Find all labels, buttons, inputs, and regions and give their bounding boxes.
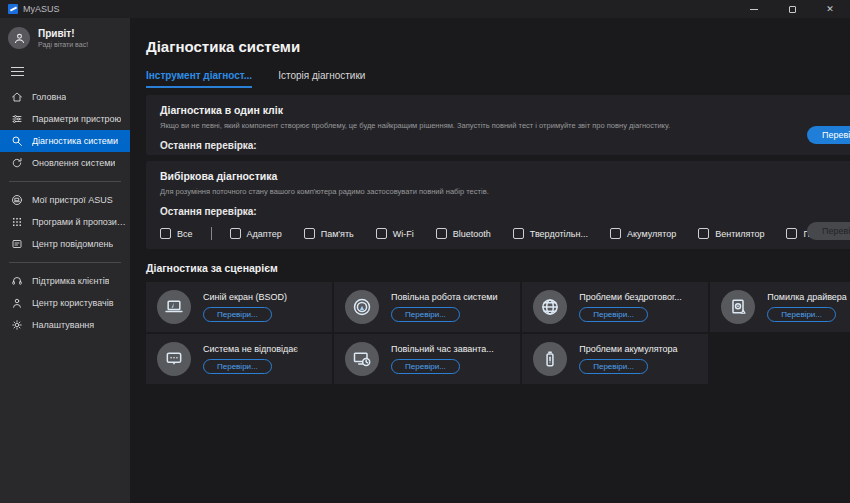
checkbox-icon[interactable] (786, 228, 797, 239)
chat-dots-icon (157, 342, 191, 376)
monitor-clock-icon (345, 342, 379, 376)
scenario-card-wireless-check-button[interactable]: Перевіри... (579, 307, 648, 322)
checkbox-label: Пам'ять (321, 229, 354, 239)
scenario-card-driver-error-check-button[interactable]: Перевіри... (767, 307, 836, 322)
sidebar-item-label: Центр користувачів (32, 298, 114, 308)
sidebar-item-message-center[interactable]: Центр повідомлень (0, 233, 130, 255)
tab-bar: Інструмент діагност...Історія діагностик… (146, 70, 850, 88)
checkbox-test-6[interactable]: Вентилятор (698, 228, 764, 239)
sidebar-item-label: Мої пристрої ASUS (32, 195, 113, 205)
minimize-button[interactable] (748, 3, 760, 15)
sidebar-item-home[interactable]: Головна (0, 86, 130, 108)
maximize-button[interactable] (786, 3, 798, 15)
scenario-card-title: Помилка драйвера (767, 292, 847, 302)
scenario-card-slow-system[interactable]: Повільна робота системиПеревіри... (334, 282, 520, 332)
scenario-card-title: Синій екран (BSOD) (203, 292, 287, 302)
scenario-card-battery[interactable]: Проблеми акумулятораПеревіри... (522, 334, 708, 384)
scenario-card-title: Проблеми бездротовог... (579, 292, 681, 302)
scenario-card-driver-error[interactable]: Помилка драйвераПеревіри... (710, 282, 850, 332)
scenario-card-slow-system-check-button[interactable]: Перевіри... (391, 307, 460, 322)
checkbox-group-divider (211, 227, 212, 240)
scenario-card-wireless[interactable]: Проблеми бездротовог...Перевіри... (522, 282, 708, 332)
checkbox-icon[interactable] (230, 228, 241, 239)
menu-icon[interactable] (11, 67, 24, 76)
sidebar-item-device-settings[interactable]: Параметри пристрою (0, 108, 130, 130)
section-description: Якщо ви не певні, який компонент створює… (160, 121, 850, 130)
laptop-bsod-icon (157, 290, 191, 324)
section-description: Для розуміння поточного стану вашого ком… (160, 187, 850, 196)
main-content: Діагностика системи Інструмент діагност.… (130, 18, 850, 503)
battery-warning-icon (533, 342, 567, 376)
checkbox-label: Твердотільн... (530, 229, 588, 239)
page-title: Діагностика системи (146, 38, 850, 55)
scenario-card-battery-check-button[interactable]: Перевіри... (579, 359, 648, 374)
sidebar-item-label: Діагностика системи (32, 136, 118, 146)
checkbox-test-2[interactable]: Wi-Fi (376, 228, 414, 239)
checkbox-test-5[interactable]: Акумулятор (610, 228, 676, 239)
checkbox-label: Bluetooth (453, 229, 491, 239)
scenario-card-title: Повільний час заванта... (391, 344, 494, 354)
update-icon (11, 157, 23, 169)
checkbox-test-1[interactable]: Пам'ять (304, 228, 354, 239)
scenario-card-slow-boot-check-button[interactable]: Перевіри... (391, 359, 460, 374)
checkbox-label: Акумулятор (627, 229, 676, 239)
checkbox-test-3[interactable]: Bluetooth (436, 228, 491, 239)
user-block[interactable]: Привіт! Раді вітати вас! (0, 18, 130, 51)
scenario-card-bsod-check-button[interactable]: Перевіри... (203, 307, 272, 322)
checkbox-label: Все (177, 229, 193, 239)
checkbox-icon[interactable] (304, 228, 315, 239)
sidebar-item-apps-offers[interactable]: Програми й пропозиції від... (0, 211, 130, 233)
scenario-card-not-responding[interactable]: Система не відповідаєПеревіри... (146, 334, 332, 384)
message-center-icon (11, 238, 23, 250)
last-check-label: Остання перевірка: (160, 140, 850, 151)
sidebar-item-settings[interactable]: Налаштування (0, 314, 130, 336)
sidebar-item-customer-support[interactable]: Підтримка клієнтів (0, 270, 130, 292)
sidebar-item-label: Програми й пропозиції від... (32, 217, 130, 227)
custom-check-button[interactable]: Перевірити (807, 222, 850, 240)
sidebar-item-system-update[interactable]: Оновлення системи (0, 152, 130, 174)
sidebar-item-label: Підтримка клієнтів (32, 276, 109, 286)
checkbox-icon[interactable] (513, 228, 524, 239)
sidebar-item-label: Оновлення системи (32, 158, 115, 168)
checkbox-icon[interactable] (160, 228, 171, 239)
checkbox-icon[interactable] (436, 228, 447, 239)
section-title: Вибіркова діагностика (160, 170, 850, 182)
checkbox-select-all[interactable]: Все (160, 228, 193, 239)
checkbox-label: Вентилятор (715, 229, 764, 239)
checkbox-icon[interactable] (698, 228, 709, 239)
tab-diagnostic-tool[interactable]: Інструмент діагност... (146, 70, 252, 88)
user-greeting-subtext: Раді вітати вас! (38, 41, 88, 48)
avatar (8, 27, 30, 49)
scenario-card-title: Проблеми акумулятора (579, 344, 677, 354)
sidebar-item-label: Головна (32, 92, 66, 102)
checkbox-test-4[interactable]: Твердотільн... (513, 228, 588, 239)
gear-icon (11, 319, 23, 331)
scenario-cards-grid: Синій екран (BSOD)Перевіри...Повільна ро… (146, 282, 850, 384)
checkbox-label: Адаптер (247, 229, 282, 239)
sidebar-item-label: Центр повідомлень (32, 239, 113, 249)
one-click-check-button[interactable]: Перевірити (807, 126, 850, 144)
scenario-card-title: Система не відповідає (203, 344, 298, 354)
scenario-card-slow-boot[interactable]: Повільний час заванта...Перевіри... (334, 334, 520, 384)
last-check-label: Остання перевірка: (160, 206, 850, 217)
sidebar-item-label: Параметри пристрою (32, 114, 121, 124)
globe-icon (533, 290, 567, 324)
section-title: Діагностика в один клік (160, 104, 850, 116)
sidebar: Привіт! Раді вітати вас! ГоловнаПараметр… (0, 18, 130, 503)
checkbox-icon[interactable] (610, 228, 621, 239)
scenario-card-not-responding-check-button[interactable]: Перевіри... (203, 359, 272, 374)
driver-warning-icon (721, 290, 755, 324)
tab-diagnostic-history[interactable]: Історія діагностики (278, 70, 365, 88)
checkbox-test-0[interactable]: Адаптер (230, 228, 282, 239)
sidebar-item-user-center[interactable]: Центр користувачів (0, 292, 130, 314)
devices-icon (11, 194, 23, 206)
close-button[interactable]: ✕ (824, 3, 836, 15)
scenario-card-bsod[interactable]: Синій екран (BSOD)Перевіри... (146, 282, 332, 332)
sidebar-item-my-asus-devices[interactable]: Мої пристрої ASUS (0, 189, 130, 211)
home-icon (11, 91, 23, 103)
speedometer-icon (345, 290, 379, 324)
sidebar-item-system-diagnostics[interactable]: Діагностика системи (0, 130, 130, 152)
sidebar-divider (9, 181, 121, 182)
sidebar-nav: ГоловнаПараметри пристроюДіагностика сис… (0, 86, 130, 336)
checkbox-icon[interactable] (376, 228, 387, 239)
